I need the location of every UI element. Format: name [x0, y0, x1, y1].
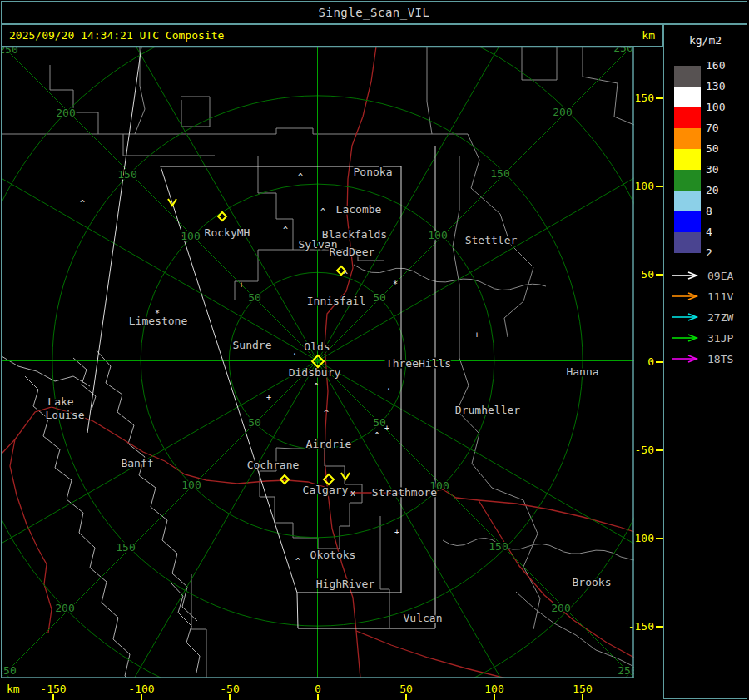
legend-swatch	[674, 128, 701, 149]
city-label: Airdrie	[306, 438, 352, 450]
range-ring-label: 100	[181, 479, 201, 491]
right-axis-label: 50	[604, 269, 654, 280]
radar-arrow-icon	[671, 291, 702, 301]
city-label: RedDeer	[330, 246, 375, 258]
legend-unit-label: kg/m2	[664, 34, 747, 47]
legend-threshold-label: 30	[706, 164, 739, 176]
radar-legend-row: 09EA	[671, 270, 747, 281]
bottom-axis-label: -150	[28, 683, 78, 695]
timestamp-bar: 2025/09/20 14:34:21 UTC Composite km	[1, 24, 663, 47]
legend-swatch	[674, 66, 701, 87]
range-ring-label: 150	[116, 541, 135, 554]
city-label: Banff	[121, 457, 153, 469]
city-label: Ponoka	[354, 166, 393, 178]
town-marker: *	[393, 280, 398, 289]
bottom-axis-tick	[405, 694, 407, 700]
range-ring-label: 200	[55, 602, 74, 614]
bottom-axis-label: -100	[117, 683, 166, 695]
right-axis-tick	[656, 274, 663, 276]
right-axis-label: -150	[604, 621, 654, 633]
city-label: Stettler	[465, 234, 518, 246]
bottom-axis-label: 0	[293, 683, 343, 695]
range-ring-label: 100	[428, 229, 447, 241]
city-label: Cochrane	[247, 459, 300, 471]
town-marker: ^	[320, 207, 325, 216]
window-title: Single_Scan_VIL	[319, 6, 430, 19]
right-axis-tick	[656, 449, 663, 451]
city-label: Innisfail	[307, 295, 365, 307]
town-marker: x	[350, 489, 355, 498]
town-marker: ·	[386, 385, 391, 394]
radar-arrow-icon	[671, 312, 702, 322]
town-marker: +	[266, 393, 271, 402]
legend-swatch	[674, 87, 701, 107]
town-marker: ^	[283, 226, 288, 235]
radar-arrow-icon	[671, 271, 702, 280]
right-axis-tick	[656, 97, 663, 99]
bottom-axis-label: 100	[469, 683, 519, 695]
legend-threshold-label: 4	[706, 226, 739, 238]
legend-threshold-label: 8	[706, 206, 739, 217]
town-marker: ^	[324, 409, 329, 418]
range-ring-label: 50	[248, 416, 261, 429]
legend-swatch	[674, 170, 701, 191]
right-axis-label: -50	[604, 444, 654, 456]
city-label: Louise	[46, 409, 85, 421]
range-ring-label: 250	[618, 664, 634, 677]
legend-threshold-label: 2	[706, 247, 739, 259]
city-label: Lake	[47, 395, 73, 408]
legend-swatch	[674, 191, 701, 211]
right-axis-tick	[656, 626, 663, 628]
range-ring-label: 150	[490, 167, 509, 180]
radar-app-window: Single_Scan_VIL 2025/09/20 14:34:21 UTC …	[0, 0, 749, 700]
radar-arrow-icon	[671, 333, 702, 343]
city-label: Lacombe	[336, 203, 382, 216]
range-ring-label: 150	[117, 168, 136, 181]
bottom-axis-tick	[317, 694, 319, 700]
range-ring-label: 50	[248, 291, 261, 304]
range-ring-label: 200	[551, 602, 570, 614]
bottom-axis-tick	[141, 694, 142, 700]
town-marker: ^	[298, 172, 303, 181]
right-axis-label: 0	[604, 356, 654, 368]
legend-swatch	[674, 211, 701, 232]
radar-id-label: 27ZW	[707, 311, 733, 324]
range-ring-label: 100	[181, 230, 200, 242]
bottom-axis-tick	[582, 694, 583, 700]
town-marker: ^	[374, 431, 379, 440]
legend-swatch	[674, 107, 701, 128]
legend-threshold-label: 70	[706, 122, 739, 134]
radar-legend-row: 18TS	[671, 353, 747, 365]
city-label: Sundre	[233, 339, 272, 351]
city-label: Okotoks	[310, 549, 356, 561]
legend-threshold-label: 100	[706, 102, 739, 113]
bottom-axis-label: -50	[205, 683, 255, 695]
city-label: Olds	[304, 340, 330, 353]
city-label: Brooks	[573, 576, 612, 588]
city-label: Calgary	[303, 484, 349, 496]
city-label: HighRiver	[316, 578, 375, 590]
legend-threshold-label: 20	[706, 185, 739, 196]
radar-id-label: 111V	[707, 290, 733, 303]
radar-id-label: 09EA	[707, 270, 733, 282]
radar-id-label: 31JP	[707, 332, 733, 345]
right-axis-tick	[656, 186, 663, 187]
radar-map-canvas[interactable]: 5050505010010010010015015015015020020020…	[1, 47, 634, 678]
bottom-axis-unit-label: km	[7, 683, 20, 695]
range-ring-label: 250	[1, 664, 17, 677]
range-ring-label: 150	[489, 540, 508, 553]
town-marker: +	[394, 528, 399, 537]
range-ring-label: 250	[613, 47, 632, 54]
town-marker: *	[155, 309, 160, 318]
city-label: RockyMH	[205, 226, 250, 239]
city-label: Didsbury	[289, 366, 341, 379]
legend-threshold-label: 160	[706, 60, 739, 72]
scan-timestamp: 2025/09/20 14:34:21 UTC Composite	[9, 29, 224, 42]
right-axis-label: -100	[604, 533, 654, 544]
range-ring-label: 250	[1, 47, 18, 56]
right-axis-label: 150	[604, 92, 654, 104]
bottom-axis-label: 150	[558, 683, 608, 695]
town-marker: +	[384, 424, 389, 433]
radar-arrow-icon	[671, 354, 702, 364]
range-ring-label: 200	[56, 107, 75, 119]
